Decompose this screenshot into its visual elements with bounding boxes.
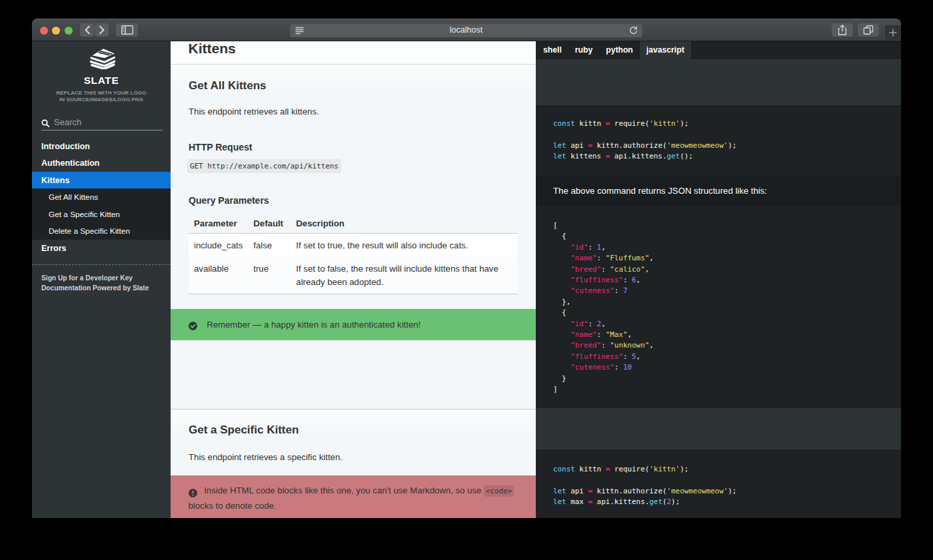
section2-paragraph: This endpoint retrieves a specific kitte… <box>189 451 343 463</box>
minimize-button[interactable] <box>52 27 60 35</box>
code-line: [ <box>553 220 884 231</box>
code-line: "id": 1, <box>553 242 884 253</box>
language-selector: shellrubypythonjavascript <box>536 41 901 59</box>
search-box[interactable]: Search <box>41 115 163 131</box>
share-icon <box>838 25 847 35</box>
code-line: } <box>553 374 884 384</box>
logo-title: SLATE <box>32 75 171 86</box>
logo-tagline-line1: REPLACE THIS WITH YOUR LOGO <box>32 90 171 97</box>
nav-item-errors[interactable]: Errors <box>32 240 171 257</box>
desktop: { "browser": { "url": "localhost", "traf… <box>0 0 933 560</box>
code-line: "id": 2, <box>553 319 884 330</box>
table-header-description: Description <box>291 214 518 234</box>
code-examples-panel: shellrubypythonjavascript const kittn = … <box>536 41 901 518</box>
check-circle-icon <box>189 322 197 330</box>
page-content: SLATE REPLACE THIS WITH YOUR LOGO IN SOU… <box>32 41 901 518</box>
nav-item-get-a-specific-kitten[interactable]: Get a Specific Kitten <box>32 206 171 223</box>
exclamation-circle-icon <box>189 489 197 497</box>
warning-callout: Inside HTML code blocks like this one, y… <box>171 475 536 518</box>
code-line: }, <box>553 297 884 308</box>
powered-by-slate-link[interactable]: Documentation Powered by Slate <box>32 283 171 293</box>
code-line: const kittn = require('kittn'); <box>553 464 884 475</box>
code-line: "breed": "calico", <box>553 264 884 275</box>
back-chevron-icon <box>84 26 90 35</box>
url-text: localhost <box>290 23 642 37</box>
table-header-default: Default <box>248 214 291 234</box>
code-block-json-response: [ { "id": 1, "name": "Fluffums", "breed"… <box>536 206 901 408</box>
code-line: { <box>553 308 884 318</box>
query-parameters-table: ParameterDefaultDescriptioninclude_catsf… <box>189 214 518 294</box>
code-line <box>553 475 884 485</box>
table-of-contents: IntroductionAuthenticationKittensGet All… <box>32 138 171 257</box>
zoom-button[interactable] <box>65 27 73 35</box>
language-tab-ruby[interactable]: ruby <box>568 41 599 59</box>
nav-item-delete-a-specific-kitten[interactable]: Delete a Specific Kitten <box>32 222 171 240</box>
http-request-code: GET http://example.com/api/kittens <box>187 159 341 173</box>
address-bar[interactable]: localhost <box>290 23 642 37</box>
http-request-heading: HTTP Request <box>189 142 252 152</box>
code-line: "name": "Max", <box>553 330 884 340</box>
language-tab-javascript[interactable]: javascript <box>640 41 691 59</box>
reload-icon[interactable] <box>629 26 638 35</box>
code-block-request-2: const kittn = require('kittn'); let api … <box>536 449 901 518</box>
sidebar-toggle-button[interactable] <box>116 23 138 37</box>
warning-text-before: Inside HTML code blocks like this one, y… <box>204 485 484 495</box>
logo <box>32 48 171 72</box>
tab-overview-button[interactable] <box>858 23 879 37</box>
table-header-parameter: Parameter <box>189 214 248 234</box>
logo-tagline-line2: IN SOURCE/IMAGES/LOGO.PNG <box>32 97 171 103</box>
table-cell: include_cats <box>189 234 248 257</box>
page-title-band: Kittens <box>171 41 536 65</box>
warning-inline-code: <code> <box>484 485 514 497</box>
code-block-request-1: const kittn = require('kittn'); let api … <box>536 105 901 176</box>
search-input[interactable]: Search <box>54 117 81 127</box>
code-line: let max = api.kittens.get(2); <box>553 497 884 507</box>
code-annotation: The above command returns JSON structure… <box>536 176 901 206</box>
tab-overview-icon <box>864 25 874 35</box>
slate-books-logo-icon <box>88 48 115 69</box>
table-row: include_catsfalseIf set to true, the res… <box>189 234 518 257</box>
nav-item-get-all-kittens[interactable]: Get All Kittens <box>32 188 171 206</box>
forward-button[interactable] <box>95 23 109 37</box>
success-callout-text: Remember — a happy kitten is an authenti… <box>207 320 421 330</box>
section2-heading: Get a Specific Kitten <box>189 423 299 437</box>
sidebar: SLATE REPLACE THIS WITH YOUR LOGO IN SOU… <box>32 41 171 518</box>
page-title: Kittens <box>189 41 236 55</box>
language-tab-shell[interactable]: shell <box>536 41 568 59</box>
section1-heading: Get All Kittens <box>189 79 267 93</box>
code-line: const kittn = require('kittn'); <box>553 119 884 129</box>
close-button[interactable] <box>40 27 48 35</box>
code-line: "cuteness": 10 <box>553 362 884 373</box>
code-line: let api = kittn.authorize('meowmeowmeow'… <box>553 486 884 497</box>
table-header-row: ParameterDefaultDescription <box>189 214 518 234</box>
sidebar-toggle-icon <box>121 25 133 35</box>
code-line: { <box>553 231 884 242</box>
code-line <box>553 129 884 140</box>
table-cell: available <box>189 257 248 294</box>
share-button[interactable] <box>832 23 853 37</box>
query-parameters-heading: Query Parameters <box>189 195 269 206</box>
code-line: "breed": "unknown", <box>553 340 884 351</box>
nav-item-kittens[interactable]: Kittens <box>32 172 171 189</box>
code-line: "fluffiness": 5, <box>553 352 884 362</box>
signup-link[interactable]: Sign Up for a Developer Key <box>32 273 171 283</box>
warning-text-after: blocks to denote code. <box>189 501 277 511</box>
browser-window: localhost <box>32 19 901 518</box>
new-tab-button[interactable] <box>885 25 901 40</box>
toc-footer: Sign Up for a Developer Key Documentatio… <box>32 264 171 293</box>
success-callout: Remember — a happy kitten is an authenti… <box>171 309 536 340</box>
nav-item-authentication[interactable]: Authentication <box>32 154 171 172</box>
nav-item-introduction[interactable]: Introduction <box>32 138 171 155</box>
table-cell: If set to true, the result will also inc… <box>291 234 518 257</box>
section1-paragraph: This endpoint retrieves all kittens. <box>189 105 319 118</box>
table-cell: false <box>248 234 291 257</box>
table-row: availabletrueIf set to false, the result… <box>189 257 518 294</box>
language-tab-python[interactable]: python <box>599 41 640 59</box>
search-icon <box>41 119 49 127</box>
warning-callout-text: Inside HTML code blocks like this one, y… <box>189 485 514 511</box>
plus-icon <box>889 29 897 37</box>
main-content: Kittens Get All Kittens This endpoint re… <box>171 41 536 518</box>
code-line: let kittens = api.kittens.get(); <box>553 151 884 162</box>
back-button[interactable] <box>80 23 94 37</box>
code-line: ] <box>553 384 884 395</box>
